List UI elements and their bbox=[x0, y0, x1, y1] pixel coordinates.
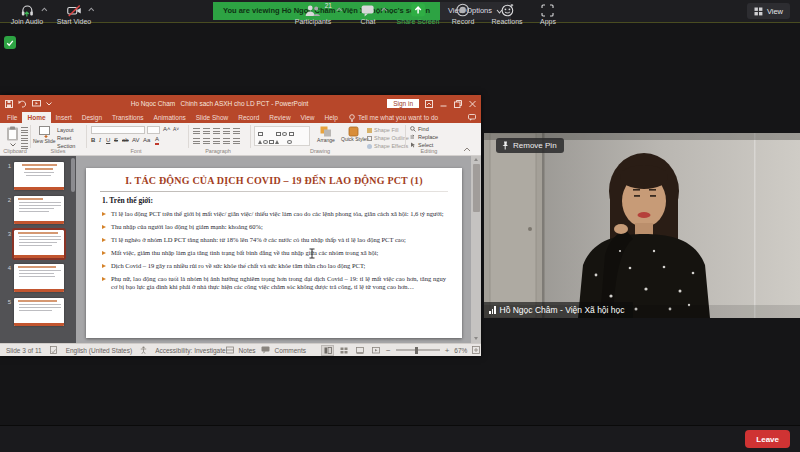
zoom-in-button[interactable]: + bbox=[445, 346, 450, 355]
new-slide-button[interactable]: New Slide bbox=[33, 126, 55, 144]
undo-icon[interactable] bbox=[18, 100, 27, 108]
paste-button[interactable] bbox=[6, 126, 19, 147]
notes-toggle[interactable]: Notes bbox=[239, 347, 256, 354]
shape-fill-button[interactable]: Shape Fill bbox=[367, 127, 398, 133]
scrollbar-thumb[interactable] bbox=[473, 164, 480, 212]
tab-view[interactable]: View bbox=[296, 112, 320, 123]
spellcheck-icon[interactable] bbox=[50, 346, 58, 354]
underline-button[interactable]: U bbox=[106, 136, 110, 145]
font-name-box[interactable] bbox=[91, 126, 145, 134]
join-audio-button[interactable]: Join Audio bbox=[11, 3, 43, 25]
bold-button[interactable]: B bbox=[91, 136, 95, 145]
change-case-button[interactable]: Aa bbox=[143, 136, 150, 145]
chat-chevron-icon[interactable] bbox=[381, 7, 388, 12]
join-audio-chevron-icon[interactable] bbox=[41, 7, 48, 12]
bullets-button[interactable] bbox=[193, 128, 200, 134]
tell-me-box[interactable]: Tell me what you want to do bbox=[343, 112, 438, 123]
numbering-button[interactable] bbox=[203, 128, 210, 134]
remove-pin-button[interactable]: Remove Pin bbox=[496, 138, 564, 153]
align-center-button[interactable] bbox=[203, 138, 210, 144]
slideshow-view-button[interactable] bbox=[370, 346, 381, 355]
thumbnail-slide-4[interactable]: 4 bbox=[0, 264, 76, 292]
find-button[interactable]: Find bbox=[410, 126, 429, 132]
tab-slide-show[interactable]: Slide Show bbox=[191, 112, 234, 123]
tab-animations[interactable]: Animations bbox=[149, 112, 191, 123]
tab-file[interactable]: File bbox=[2, 112, 22, 123]
text-shadow-button[interactable]: ab bbox=[122, 136, 129, 145]
start-video-chevron-icon[interactable] bbox=[87, 7, 94, 12]
start-slideshow-icon[interactable] bbox=[32, 100, 41, 108]
tab-record[interactable]: Record bbox=[233, 112, 264, 123]
close-icon[interactable] bbox=[469, 100, 476, 108]
shape-effects-button[interactable]: Shape Effects bbox=[367, 143, 408, 149]
line-spacing-button[interactable] bbox=[233, 128, 240, 134]
scroll-down-icon[interactable] bbox=[473, 336, 479, 341]
strikethrough-button[interactable]: S bbox=[114, 136, 118, 145]
participants-chevron-icon[interactable] bbox=[336, 7, 343, 12]
start-video-button[interactable]: Start Video bbox=[57, 3, 92, 25]
meeting-info-shield-icon[interactable] bbox=[4, 36, 16, 49]
quick-styles-button[interactable]: Quick Styles bbox=[341, 126, 365, 143]
restore-icon[interactable] bbox=[454, 100, 462, 108]
tab-transitions[interactable]: Transitions bbox=[107, 112, 149, 123]
align-left-button[interactable] bbox=[193, 138, 200, 144]
fit-to-window-icon[interactable] bbox=[472, 346, 480, 354]
layout-button[interactable]: Layout bbox=[57, 127, 74, 133]
minimize-icon[interactable] bbox=[440, 100, 447, 108]
columns-button[interactable] bbox=[233, 138, 240, 144]
reset-button[interactable]: Reset bbox=[57, 135, 71, 141]
slide[interactable]: I. TÁC ĐỘNG CỦA DỊCH COVID – 19 ĐẾN LAO … bbox=[86, 168, 462, 338]
thumbnail-slide-5[interactable]: 5 bbox=[0, 298, 76, 326]
apps-button[interactable]: Apps bbox=[540, 3, 556, 25]
tab-review[interactable]: Review bbox=[264, 112, 295, 123]
zoom-slider[interactable] bbox=[396, 349, 440, 351]
increase-indent-button[interactable] bbox=[223, 128, 230, 134]
comments-bubble-icon[interactable] bbox=[468, 114, 476, 121]
justify-button[interactable] bbox=[223, 138, 230, 144]
decrease-indent-button[interactable] bbox=[213, 128, 220, 134]
participants-button[interactable]: 21 Participants bbox=[295, 3, 332, 25]
zoom-slider-thumb[interactable] bbox=[415, 347, 418, 354]
tab-design[interactable]: Design bbox=[77, 112, 107, 123]
zoom-level[interactable]: 67% bbox=[454, 347, 467, 354]
replace-button[interactable]: Replace bbox=[410, 134, 438, 140]
character-spacing-button[interactable]: AV bbox=[132, 136, 140, 145]
share-screen-button[interactable]: Share Screen bbox=[397, 3, 440, 25]
font-color-button[interactable]: A bbox=[155, 136, 159, 145]
save-icon[interactable] bbox=[5, 100, 13, 108]
font-size-box[interactable] bbox=[147, 126, 160, 134]
comments-toggle[interactable]: Comments bbox=[275, 347, 306, 354]
scroll-up-icon[interactable] bbox=[473, 157, 479, 162]
normal-view-button[interactable] bbox=[322, 346, 333, 355]
leave-button[interactable]: Leave bbox=[745, 430, 790, 448]
zoom-out-button[interactable]: − bbox=[386, 346, 391, 355]
tab-insert[interactable]: Insert bbox=[51, 112, 77, 123]
language-status[interactable]: English (United States) bbox=[66, 347, 132, 354]
thumbnail-slide-3-selected[interactable]: 3 bbox=[0, 230, 76, 258]
accessibility-status[interactable]: Accessibility: Investigate bbox=[155, 347, 225, 354]
ribbon-display-options-icon[interactable] bbox=[425, 100, 433, 108]
cut-icon[interactable] bbox=[21, 127, 28, 133]
pinned-video-tile[interactable]: Remove Pin Hồ Ngọc Châm - Viện Xã hội họ… bbox=[484, 133, 800, 318]
view-button[interactable]: View bbox=[747, 3, 790, 19]
collapse-ribbon-icon[interactable] bbox=[463, 147, 471, 152]
thumbnail-scrollbar[interactable] bbox=[71, 158, 75, 192]
record-button[interactable]: Record bbox=[452, 3, 475, 25]
reading-view-button[interactable] bbox=[354, 346, 365, 355]
grow-font-button[interactable]: A˄ bbox=[163, 125, 171, 134]
sign-in-button[interactable]: Sign in bbox=[387, 99, 419, 108]
slide-sorter-view-button[interactable] bbox=[338, 346, 349, 355]
copy-icon[interactable] bbox=[21, 135, 28, 141]
italic-button[interactable]: I bbox=[99, 136, 101, 145]
shape-outline-button[interactable]: Shape Outline bbox=[367, 135, 409, 141]
tab-home[interactable]: Home bbox=[22, 112, 50, 123]
arrange-button[interactable]: Arrange bbox=[313, 126, 339, 143]
shrink-font-button[interactable]: A˅ bbox=[173, 125, 179, 134]
chat-button[interactable]: Chat bbox=[361, 3, 376, 25]
reactions-button[interactable]: Reactions bbox=[491, 3, 522, 25]
tab-help[interactable]: Help bbox=[320, 112, 343, 123]
align-right-button[interactable] bbox=[213, 138, 220, 144]
slide-scrollbar[interactable] bbox=[471, 156, 481, 343]
shapes-gallery[interactable] bbox=[254, 126, 310, 146]
thumbnail-slide-1[interactable]: 1 bbox=[0, 162, 76, 190]
